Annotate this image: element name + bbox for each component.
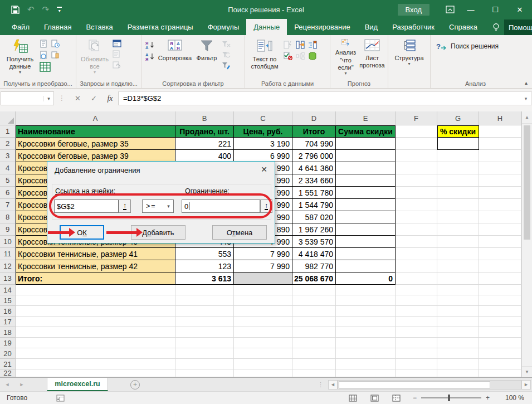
cell-A21[interactable]	[16, 359, 175, 369]
cell-E1[interactable]: Сумма скидки	[336, 125, 396, 138]
cell-A17[interactable]	[16, 317, 175, 327]
cell-C20[interactable]	[234, 348, 292, 359]
splitter-grip-icon[interactable]: ⋮	[318, 381, 324, 388]
cell-A3[interactable]: Кроссовки беговые, размер 39	[16, 150, 175, 162]
cell-G18[interactable]	[437, 327, 479, 338]
text-to-columns-button[interactable]: Текст по столбцам	[247, 37, 282, 77]
column-header-H[interactable]: H	[479, 111, 521, 125]
cell-H13[interactable]	[479, 272, 521, 285]
prev-sheet-icon[interactable]: ◄	[0, 378, 14, 391]
zoom-slider-thumb[interactable]	[448, 395, 450, 401]
solver-button[interactable]: ? Поиск решения	[433, 37, 502, 55]
cell-H1[interactable]	[479, 125, 521, 138]
cell-G13[interactable]	[437, 272, 479, 285]
cell-F2[interactable]	[396, 138, 437, 150]
cell-G1[interactable]: % скидки	[437, 125, 479, 138]
cell-F19[interactable]	[396, 338, 437, 348]
vertical-scroll-thumb[interactable]	[524, 125, 530, 240]
queries-connections-icon[interactable]	[113, 40, 121, 47]
cell-B22[interactable]	[175, 369, 234, 377]
cancel-entry-icon[interactable]: ✕	[70, 91, 86, 105]
cell-A11[interactable]: Кроссовки теннисные, размер 41	[16, 248, 175, 260]
cell-C17[interactable]	[234, 317, 292, 327]
cell-F3[interactable]	[396, 150, 437, 162]
cell-C16[interactable]	[234, 306, 292, 317]
cell-B1[interactable]: Продано, шт.	[175, 125, 234, 138]
tab-Главная[interactable]: Главная	[37, 19, 79, 35]
cell-D14[interactable]	[292, 285, 336, 295]
cell-H15[interactable]	[479, 295, 521, 306]
cell-G9[interactable]	[437, 223, 479, 236]
cell-F17[interactable]	[396, 317, 437, 327]
row-header-20[interactable]: 20	[0, 348, 16, 359]
insert-function-icon[interactable]: fx	[102, 91, 118, 105]
cell-H10[interactable]	[479, 236, 521, 248]
cell-E6[interactable]	[336, 187, 396, 199]
cell-E15[interactable]	[336, 295, 396, 306]
row-header-12[interactable]: 12	[0, 260, 16, 272]
cell-H14[interactable]	[479, 285, 521, 295]
row-header-8[interactable]: 8	[0, 211, 16, 223]
cell-D19[interactable]	[292, 338, 336, 348]
cell-F12[interactable]	[396, 260, 437, 272]
cell-E20[interactable]	[336, 348, 396, 359]
scroll-down-icon[interactable]: ▼	[522, 366, 532, 377]
cell-H22[interactable]	[479, 369, 521, 377]
cell-F7[interactable]	[396, 199, 437, 211]
cell-E16[interactable]	[336, 306, 396, 317]
cell-H19[interactable]	[479, 338, 521, 348]
cell-F11[interactable]	[396, 248, 437, 260]
cell-D22[interactable]	[292, 369, 336, 377]
cell-B2[interactable]: 221	[175, 138, 234, 150]
cell-C22[interactable]	[234, 369, 292, 377]
cell-B21[interactable]	[175, 359, 234, 369]
tab-Рецензирование[interactable]: Рецензирование	[287, 19, 357, 35]
cell-G10[interactable]	[437, 236, 479, 248]
name-box[interactable]: ▾	[1, 91, 54, 105]
row-header-13[interactable]: 13	[0, 272, 16, 285]
cell-H11[interactable]	[479, 248, 521, 260]
row-header-10[interactable]: 10	[0, 236, 16, 248]
confirm-entry-icon[interactable]: ✓	[86, 91, 102, 105]
cell-A13[interactable]: Итого:	[16, 272, 175, 285]
outline-button[interactable]: Структура▾	[392, 37, 427, 77]
cell-B3[interactable]: 400	[175, 150, 234, 162]
cell-F18[interactable]	[396, 327, 437, 338]
row-header-1[interactable]: 1	[0, 125, 16, 138]
get-data-button[interactable]: Получить данные▾	[2, 37, 38, 77]
cell-C18[interactable]	[234, 327, 292, 338]
cell-E22[interactable]	[336, 369, 396, 377]
tab-Вставка[interactable]: Вставка	[79, 19, 120, 35]
cell-A18[interactable]	[16, 327, 175, 338]
existing-connections-icon[interactable]	[51, 51, 60, 59]
cell-D11[interactable]: 4 418 470	[292, 248, 336, 260]
cell-F20[interactable]	[396, 348, 437, 359]
cell-D21[interactable]	[292, 359, 336, 369]
cell-E10[interactable]	[336, 236, 396, 248]
cell-E11[interactable]	[336, 248, 396, 260]
cell-B11[interactable]: 553	[175, 248, 234, 260]
cell-H6[interactable]	[479, 187, 521, 199]
tab-Вид[interactable]: Вид	[358, 19, 385, 35]
row-header-6[interactable]: 6	[0, 187, 16, 199]
row-header-17[interactable]: 17	[0, 317, 16, 327]
tell-me-lamp-icon[interactable]	[492, 23, 500, 32]
cell-F9[interactable]	[396, 223, 437, 236]
from-text-icon[interactable]	[40, 40, 48, 48]
row-header-14[interactable]: 14	[0, 285, 16, 295]
cell-E12[interactable]	[336, 260, 396, 272]
cell-H9[interactable]	[479, 223, 521, 236]
save-icon[interactable]	[11, 6, 19, 14]
row-header-22[interactable]: 22	[0, 369, 16, 377]
cell-A2[interactable]: Кроссовки беговые, размер 35	[16, 138, 175, 150]
cell-A15[interactable]	[16, 295, 175, 306]
cell-G3[interactable]	[437, 150, 479, 162]
cell-reference-range-picker[interactable]: ↑	[119, 199, 131, 213]
cell-D3[interactable]: 2 796 000	[292, 150, 336, 162]
cell-E21[interactable]	[336, 359, 396, 369]
column-header-A[interactable]: A	[16, 111, 175, 125]
cell-A19[interactable]	[16, 338, 175, 348]
cell-B15[interactable]	[175, 295, 234, 306]
cell-A1[interactable]: Наименование	[16, 125, 175, 138]
cell-D1[interactable]: Итого	[292, 125, 336, 138]
